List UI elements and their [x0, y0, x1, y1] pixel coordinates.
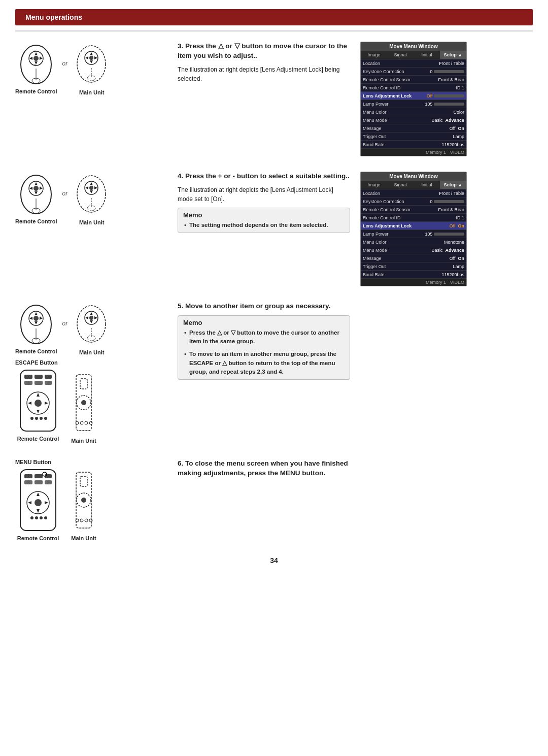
svg-text:+: + [40, 56, 42, 59]
main-unit-escape-icon [66, 370, 101, 436]
svg-text:△: △ [34, 49, 37, 52]
step5-escape-remote-label: Remote Control [15, 436, 61, 442]
menu-title-1: Move Menu Window [361, 42, 466, 51]
svg-point-103 [44, 516, 47, 519]
step4-menu: Move Menu Window Image Signal Initial Se… [360, 172, 467, 286]
menu-row-lamp-1: Lamp Power 105 [361, 100, 466, 108]
svg-text:−: − [30, 185, 32, 189]
step3-middle: 3. Press the △ or ▽ button to move the c… [178, 42, 350, 87]
menu-row-mmode-2: Menu Mode Basic Advance [361, 246, 466, 254]
memo-box-5: Memo Press the △ or ▽ button to move the… [178, 315, 350, 380]
step5-main-wrap-top: Main Unit [73, 302, 111, 355]
step5-main-escape-label: Main Unit [71, 438, 96, 444]
svg-rect-91 [24, 480, 32, 484]
step5-number: 5. [178, 302, 185, 310]
svg-point-111 [85, 519, 88, 522]
step4-controllers: − + Remote Control or [15, 172, 111, 225]
page-number: 34 [0, 556, 548, 575]
remote-control-escape-icon [15, 368, 61, 434]
svg-marker-25 [35, 191, 38, 194]
step6-main-label: Main Unit [71, 535, 96, 541]
menu-footer-2: Memory 1 VIDEO [361, 279, 466, 286]
svg-point-77 [40, 417, 43, 420]
memo-box-4: Memo The setting method depends on the i… [178, 208, 350, 233]
escape-label: ESCAPE Button [15, 359, 61, 366]
main-unit-icon-3 [73, 302, 111, 347]
menu-row-location-2: Location Front / Table [361, 189, 466, 198]
remote-control-icon-3: − + [17, 303, 55, 346]
step5-top-controllers: − + Remote Control or [15, 302, 167, 355]
svg-rect-89 [35, 474, 43, 478]
svg-point-100 [30, 516, 33, 519]
menu-row-lamp-2: Lamp Power 105 [361, 230, 466, 238]
or-text-5: or [62, 320, 68, 327]
step4-left: − + Remote Control or [15, 172, 167, 227]
svg-rect-64 [35, 375, 43, 379]
step3-title-text: Press the △ or ▽ button to move the curs… [178, 42, 347, 59]
step5-main-escape-wrap: Main Unit [66, 370, 101, 444]
svg-rect-66 [24, 381, 32, 385]
svg-rect-106 [80, 476, 87, 486]
svg-point-48 [33, 316, 39, 321]
tab-setup-2: Setup ▲ [440, 181, 466, 189]
menu-row-baud-1: Baud Rate 115200bps [361, 141, 466, 149]
svg-point-59 [89, 316, 93, 320]
step4-remote-wrap: − + Remote Control [15, 173, 57, 224]
svg-point-39 [89, 186, 93, 190]
svg-point-83 [76, 421, 79, 424]
step3-left: − + △ ▽ Remote Control or [15, 42, 167, 97]
step6-main-wrap: Main Unit [66, 467, 101, 541]
svg-rect-63 [24, 375, 32, 379]
svg-marker-71 [37, 410, 40, 413]
svg-marker-95 [37, 492, 40, 496]
step3-title: 3. Press the △ or ▽ button to move the c… [178, 42, 350, 61]
step6-middle: 6. To close the menu screen when you hav… [178, 459, 350, 482]
svg-point-84 [80, 421, 83, 424]
menu-row-rcs-2: Remote Control Sensor Front & Rear [361, 206, 466, 214]
svg-point-109 [76, 519, 79, 522]
svg-marker-24 [35, 182, 38, 185]
step6-number: 6. [178, 459, 185, 467]
step6-left: MENU Button [15, 459, 167, 541]
svg-point-110 [80, 519, 83, 522]
step5-main-label-top: Main Unit [79, 349, 105, 355]
svg-text:−: − [30, 315, 32, 319]
memo-item-5a: Press the △ or ▽ button to move the curs… [189, 328, 345, 346]
svg-text:+: + [40, 186, 42, 189]
svg-marker-15 [90, 52, 93, 55]
divider [15, 30, 533, 31]
svg-marker-44 [35, 312, 38, 315]
svg-marker-73 [45, 402, 48, 405]
menu-title-2: Move Menu Window [361, 172, 466, 181]
step3-remote-wrap: − + △ ▽ Remote Control [15, 43, 57, 94]
svg-marker-58 [94, 316, 97, 319]
menu-row-lal-1: Lens Adjustment Lock Off [361, 92, 466, 100]
svg-text:+: + [40, 316, 42, 319]
step4-main-label: Main Unit [79, 219, 105, 225]
step3-number: 3. [178, 42, 183, 50]
menu-row-lal-2: Lens Adjustment Lock Off On [361, 222, 466, 230]
svg-point-108 [81, 498, 86, 503]
section-step6: MENU Button [15, 459, 533, 541]
svg-point-78 [44, 417, 47, 420]
remote-control-menu-icon [15, 467, 61, 533]
svg-point-28 [33, 186, 39, 191]
tab-signal-2: Signal [387, 181, 414, 189]
menu-row-baud-2: Baud Rate 115200bps [361, 271, 466, 279]
menu-row-mmode-1: Menu Mode Basic Advance [361, 116, 466, 124]
or-text-4: or [62, 190, 68, 197]
svg-rect-93 [45, 480, 52, 484]
remote-control-icon: − + △ ▽ [17, 43, 55, 86]
step5-remote-label-top: Remote Control [15, 348, 57, 354]
memo-item-bold-4: The setting method depends on the item s… [189, 222, 328, 228]
svg-marker-37 [85, 186, 88, 189]
svg-point-102 [40, 516, 43, 519]
menu-row-rcid-1: Remote Control ID ID 1 [361, 84, 466, 92]
svg-rect-88 [24, 474, 32, 478]
memo-item-5b-text: To move to an item in another menu group… [189, 351, 336, 375]
tab-image-2: Image [361, 181, 387, 189]
step4-desc: The illustration at right depicts the [L… [178, 185, 350, 204]
main-unit-menu-icon [66, 467, 101, 533]
section-step5: − + Remote Control or [15, 302, 533, 444]
svg-marker-35 [90, 182, 93, 185]
